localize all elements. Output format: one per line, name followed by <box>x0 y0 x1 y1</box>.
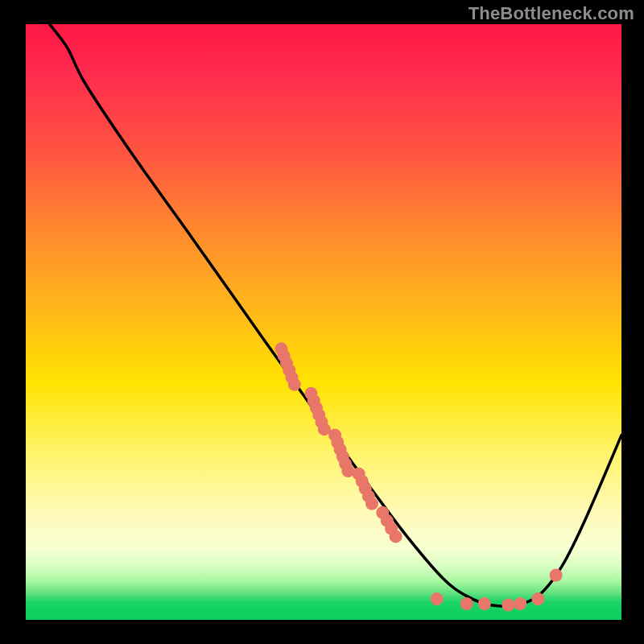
data-point <box>390 530 402 543</box>
data-point <box>531 592 544 605</box>
data-point <box>502 599 514 612</box>
data-point <box>431 592 444 605</box>
chart-plot-area <box>26 24 621 620</box>
data-points <box>275 342 562 611</box>
bottleneck-curve <box>50 24 621 606</box>
data-point <box>550 569 563 582</box>
data-point <box>478 597 491 610</box>
attribution-text: TheBottleneck.com <box>469 3 634 24</box>
chart-container: TheBottleneck.com <box>0 0 644 644</box>
data-point <box>288 378 301 391</box>
data-point <box>460 597 473 610</box>
chart-svg <box>26 24 621 620</box>
data-point <box>514 597 526 610</box>
data-point <box>365 497 378 510</box>
